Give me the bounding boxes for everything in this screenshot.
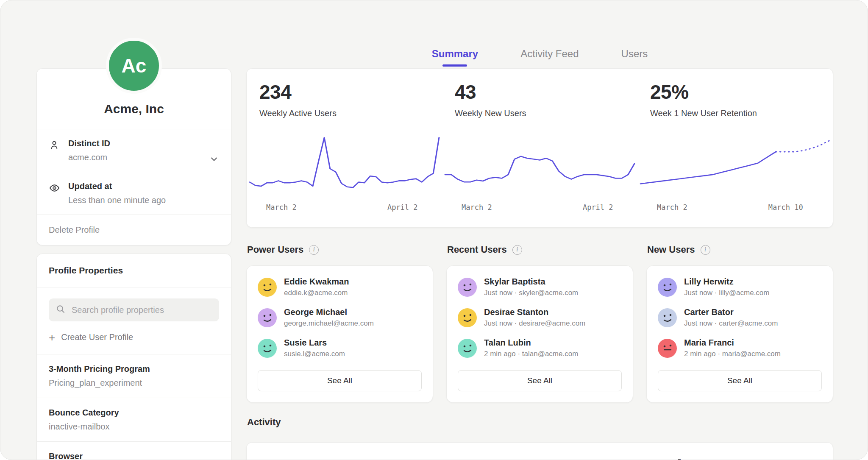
activity-stat: 3.4k — [637, 455, 833, 460]
field-row-distinct-id: Distinct ID acme.com — [37, 129, 231, 172]
axis-tick: March 2 — [266, 203, 297, 212]
trend-chart-weekly-active-users — [247, 129, 442, 197]
stat-value: 234 — [247, 81, 442, 103]
stat-value: 43 — [442, 81, 637, 103]
info-icon[interactable]: i — [512, 245, 522, 255]
activity-stat: 240 — [442, 455, 637, 460]
user-row[interactable]: Maria Franci 2 min ago · maria@acme.com — [658, 338, 822, 358]
search-profile-properties[interactable] — [49, 298, 219, 321]
stat-label: Week 1 New User Retention — [637, 109, 833, 118]
property-value: inactive-mailbox — [49, 422, 219, 432]
field-value: Less than one minute ago — [68, 195, 166, 205]
power-users-card: Eddie Kwakman eddie.k@acme.com George Mi… — [246, 265, 433, 403]
activity-stat-value: 240 — [442, 455, 637, 460]
create-user-profile-label: Create User Profile — [61, 332, 133, 342]
section-title: Power Users — [247, 244, 303, 255]
person-icon — [49, 139, 68, 162]
user-row[interactable]: Desirae Stanton Just now · desirare@acme… — [458, 307, 622, 328]
info-icon[interactable]: i — [309, 245, 319, 255]
tab-summary[interactable]: Summary — [432, 48, 478, 67]
see-all-button[interactable]: See All — [258, 370, 422, 391]
user-avatar — [258, 339, 277, 358]
company-avatar: Ac — [106, 38, 162, 94]
user-name: Talan Lubin — [484, 338, 578, 348]
user-avatar — [458, 339, 477, 358]
axis-tick: March 2 — [657, 203, 687, 212]
field-value: acme.com — [68, 153, 110, 162]
profile-properties-title: Profile Properties — [37, 254, 231, 287]
field-label: Updated at — [68, 181, 166, 191]
section-title: Recent Users — [447, 244, 507, 255]
activity-stat-value: 3.4k — [637, 455, 833, 460]
property-name: 3-Month Pricing Program — [49, 364, 219, 374]
tab-activity-feed[interactable]: Activity Feed — [520, 48, 579, 67]
app-window: Ac Acme, Inc Distinct ID acme.com — [0, 0, 868, 460]
stat-week1-retention: 25% Week 1 New User Retention March 2 Ma… — [637, 81, 833, 215]
see-all-button[interactable]: See All — [658, 370, 822, 391]
user-subtitle: 2 min ago · maria@acme.com — [684, 350, 781, 358]
eye-icon — [49, 181, 68, 205]
user-name: Lilly Herwitz — [684, 277, 769, 287]
user-avatar — [658, 278, 677, 297]
user-avatar — [258, 278, 277, 297]
user-row[interactable]: Lilly Herwitz Just now · lilly@acme.com — [658, 277, 822, 297]
activity-card: 234 240 3.4k — [246, 442, 833, 460]
stat-weekly-active-users: 234 Weekly Active Users March 2 April 2 — [247, 81, 442, 215]
user-row[interactable]: Eddie Kwakman eddie.k@acme.com — [258, 277, 422, 297]
user-name: Carter Bator — [684, 307, 778, 317]
user-subtitle: susie.l@acme.com — [284, 350, 345, 358]
chevron-down-icon[interactable] — [209, 154, 219, 166]
see-all-button[interactable]: See All — [458, 370, 622, 391]
user-row[interactable]: Susie Lars susie.l@acme.com — [258, 338, 422, 358]
user-row[interactable]: Talan Lubin 2 min ago · talan@acme.com — [458, 338, 622, 358]
search-icon — [56, 304, 66, 316]
delete-profile-button[interactable]: Delete Profile — [37, 215, 231, 245]
profile-card: Acme, Inc Distinct ID acme.com — [36, 68, 231, 245]
axis-tick: March 2 — [462, 203, 492, 212]
user-row[interactable]: Carter Bator Just now · carter@acme.com — [658, 307, 822, 328]
user-row[interactable]: George Michael george.michael@acme.com — [258, 307, 422, 328]
search-input[interactable] — [71, 305, 212, 315]
power-users-section: Power Users i Eddie Kwakman eddie.k@acme… — [246, 244, 433, 403]
tab-users[interactable]: Users — [621, 48, 648, 67]
user-avatar — [458, 308, 477, 327]
user-name: Maria Franci — [684, 338, 781, 348]
tab-bar: Summary Activity Feed Users — [246, 48, 833, 67]
user-name: Desirae Stanton — [484, 307, 585, 317]
section-title: New Users — [647, 244, 695, 255]
user-subtitle: Just now · lilly@acme.com — [684, 289, 769, 297]
new-users-section: New Users i Lilly Herwitz Just now · lil… — [646, 244, 833, 403]
user-name: Susie Lars — [284, 338, 345, 348]
user-subtitle: eddie.k@acme.com — [284, 289, 349, 297]
user-sections: Power Users i Eddie Kwakman eddie.k@acme… — [246, 244, 833, 403]
recent-users-card: Skylar Baptista Just now · skyler@acme.c… — [446, 265, 633, 403]
user-avatar — [458, 278, 477, 297]
plus-icon: + — [49, 333, 55, 342]
info-icon[interactable]: i — [701, 245, 710, 255]
summary-stats-card: 234 Weekly Active Users March 2 April 2 … — [246, 68, 833, 228]
activity-stat: 234 — [247, 455, 442, 460]
user-subtitle: Just now · desirare@acme.com — [484, 319, 585, 328]
user-subtitle: Just now · carter@acme.com — [684, 319, 778, 328]
user-subtitle: 2 min ago · talan@acme.com — [484, 350, 578, 358]
user-name: George Michael — [284, 307, 374, 317]
field-label: Distinct ID — [68, 139, 110, 148]
user-name: Skylar Baptista — [484, 277, 578, 287]
create-user-profile-button[interactable]: + Create User Profile — [49, 332, 219, 342]
property-row[interactable]: Bounce Category inactive-mailbox — [37, 398, 231, 441]
user-subtitle: Just now · skyler@acme.com — [484, 289, 578, 297]
property-row[interactable]: Browser Chrome — [37, 441, 231, 460]
user-name: Eddie Kwakman — [284, 277, 349, 287]
property-row[interactable]: 3-Month Pricing Program Pricing_plan_exp… — [37, 354, 231, 398]
stat-value: 25% — [637, 81, 833, 103]
recent-users-section: Recent Users i Skylar Baptista Just now … — [446, 244, 633, 403]
activity-title: Activity — [247, 417, 281, 428]
axis-tick: April 2 — [583, 203, 613, 212]
user-row[interactable]: Skylar Baptista Just now · skyler@acme.c… — [458, 277, 622, 297]
user-avatar — [658, 308, 677, 327]
user-avatar — [258, 308, 277, 327]
property-name: Bounce Category — [49, 408, 219, 418]
profile-properties-card: Profile Properties + Create User Profile — [36, 254, 231, 460]
property-name: Browser — [49, 452, 219, 460]
stat-weekly-new-users: 43 Weekly New Users March 2 April 2 — [442, 81, 637, 215]
